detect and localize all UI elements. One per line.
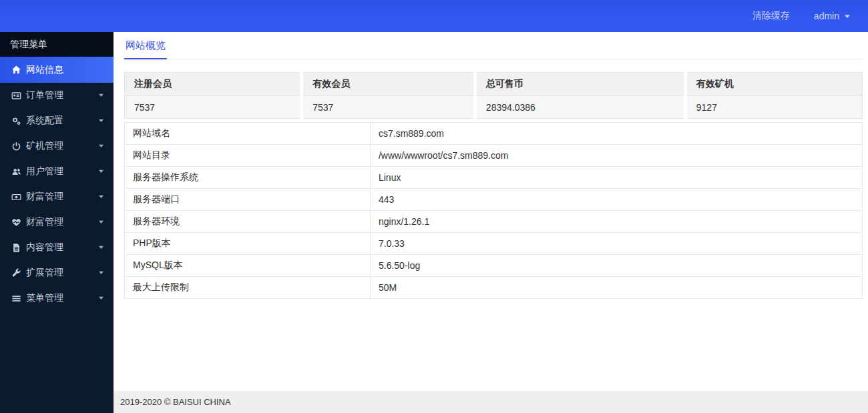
user-menu[interactable]: admin bbox=[814, 11, 851, 21]
clear-cache-link[interactable]: 清除缓存 bbox=[752, 10, 790, 22]
users-icon bbox=[11, 167, 21, 177]
chevron-down-icon bbox=[98, 169, 104, 173]
info-value-cell: /www/wwwroot/cs7.sm889.com bbox=[370, 145, 862, 167]
info-value-cell: Linux bbox=[370, 167, 862, 189]
topbar: 清除缓存 admin bbox=[0, 0, 868, 32]
tab-site-overview[interactable]: 网站概览 bbox=[124, 32, 167, 59]
table-row: 网站域名 cs7.sm889.com bbox=[125, 123, 863, 145]
chevron-down-icon bbox=[98, 119, 104, 123]
cogs-icon bbox=[11, 116, 21, 126]
table-row: PHP版本 7.0.33 bbox=[125, 233, 863, 255]
info-label-cell: 网站目录 bbox=[125, 145, 371, 167]
chevron-down-icon bbox=[844, 14, 851, 19]
tabbar: 网站概览 bbox=[124, 32, 863, 59]
chevron-down-icon bbox=[98, 296, 104, 300]
footer: 2019-2020 © BAISUI CHINA bbox=[114, 391, 868, 413]
stats-header-row: 注册会员 有效会员 总可售币 有效矿机 bbox=[125, 73, 863, 96]
stat-value-cell: 7537 bbox=[125, 96, 302, 119]
stats-table: 注册会员 有效会员 总可售币 有效矿机 7537 7537 28394.0386… bbox=[124, 72, 863, 119]
sidebar-item-wealth-mgmt[interactable]: 财富管理 bbox=[0, 184, 114, 210]
info-value-cell: cs7.sm889.com bbox=[370, 123, 862, 145]
copyright-text: 2019-2020 © BAISUI CHINA bbox=[120, 397, 231, 407]
sidebar-item-extension-mgmt[interactable]: 扩展管理 bbox=[0, 260, 114, 286]
username-label: admin bbox=[814, 11, 839, 21]
stat-value-cell: 7537 bbox=[302, 96, 475, 119]
info-label-cell: 最大上传限制 bbox=[125, 277, 371, 299]
sidebar-item-label: 网站信息 bbox=[26, 64, 104, 76]
chevron-down-icon bbox=[98, 195, 104, 199]
sidebar-item-content-mgmt[interactable]: 内容管理 bbox=[0, 235, 114, 260]
sidebar-item-wealth-mgmt-2[interactable]: 财富管理 bbox=[0, 210, 114, 235]
chevron-down-icon bbox=[98, 144, 104, 148]
info-label-cell: PHP版本 bbox=[125, 233, 371, 255]
main-content: 网站概览 注册会员 有效会员 总可售币 有效矿机 7537 7537 28394… bbox=[114, 32, 868, 413]
sidebar-item-label: 菜单管理 bbox=[26, 292, 98, 304]
sidebar-header: 管理菜单 bbox=[0, 32, 114, 57]
stat-value-cell: 9127 bbox=[685, 96, 862, 119]
info-value-cell: 50M bbox=[370, 277, 862, 299]
info-value-cell: 7.0.33 bbox=[370, 233, 862, 255]
sidebar-item-label: 财富管理 bbox=[26, 191, 98, 203]
chevron-down-icon bbox=[98, 271, 104, 275]
sidebar: 管理菜单 网站信息 订单管理 系统配置 bbox=[0, 32, 114, 413]
info-value-cell: nginx/1.26.1 bbox=[370, 211, 862, 233]
file-icon bbox=[11, 243, 21, 253]
sidebar-item-label: 订单管理 bbox=[26, 89, 98, 101]
chevron-down-icon bbox=[98, 93, 104, 97]
info-label-cell: MySQL版本 bbox=[125, 255, 371, 277]
app-root: 清除缓存 admin 管理菜单 网站信息 订单管理 bbox=[0, 0, 868, 413]
chevron-down-icon bbox=[98, 246, 104, 250]
sidebar-item-user-mgmt[interactable]: 用户管理 bbox=[0, 159, 114, 184]
stat-header-cell: 注册会员 bbox=[125, 73, 302, 96]
stat-value-cell: 28394.0386 bbox=[475, 96, 685, 119]
sidebar-item-label: 系统配置 bbox=[26, 115, 98, 127]
sidebar-item-system-config[interactable]: 系统配置 bbox=[0, 108, 114, 133]
stat-header-cell: 有效矿机 bbox=[685, 73, 862, 96]
info-value-cell: 443 bbox=[370, 189, 862, 211]
order-card-icon bbox=[11, 91, 21, 101]
sidebar-item-orders[interactable]: 订单管理 bbox=[0, 83, 114, 108]
sidebar-item-label: 内容管理 bbox=[26, 242, 98, 254]
sidebar-item-label: 扩展管理 bbox=[26, 267, 98, 279]
sidebar-item-label: 矿机管理 bbox=[26, 140, 98, 152]
sidebar-item-site-info[interactable]: 网站信息 bbox=[0, 57, 114, 83]
table-row: 服务器端口 443 bbox=[125, 189, 863, 211]
content-inner: 网站概览 注册会员 有效会员 总可售币 有效矿机 7537 7537 28394… bbox=[114, 32, 868, 299]
sidebar-item-label: 财富管理 bbox=[26, 216, 98, 228]
sidebar-item-menu-mgmt[interactable]: 菜单管理 bbox=[0, 286, 114, 311]
sidebar-item-miner-mgmt[interactable]: 矿机管理 bbox=[0, 133, 114, 159]
sidebar-item-label: 用户管理 bbox=[26, 165, 98, 177]
info-label-cell: 服务器环境 bbox=[125, 211, 371, 233]
info-value-cell: 5.6.50-log bbox=[370, 255, 862, 277]
wrench-icon bbox=[11, 268, 21, 278]
info-label-cell: 服务器操作系统 bbox=[125, 167, 371, 189]
table-row: 最大上传限制 50M bbox=[125, 277, 863, 299]
money-icon bbox=[11, 192, 21, 202]
stats-value-row: 7537 7537 28394.0386 9127 bbox=[125, 96, 863, 119]
power-icon bbox=[11, 141, 21, 151]
table-row: 服务器环境 nginx/1.26.1 bbox=[125, 211, 863, 233]
stat-header-cell: 有效会员 bbox=[302, 73, 475, 96]
bars-icon bbox=[11, 294, 21, 304]
heart-icon bbox=[11, 218, 21, 228]
info-label-cell: 服务器端口 bbox=[125, 189, 371, 211]
chevron-down-icon bbox=[98, 220, 104, 224]
body-wrap: 管理菜单 网站信息 订单管理 系统配置 bbox=[0, 32, 868, 413]
home-icon bbox=[11, 65, 21, 75]
stat-header-cell: 总可售币 bbox=[475, 73, 685, 96]
info-label-cell: 网站域名 bbox=[125, 123, 371, 145]
info-table: 网站域名 cs7.sm889.com 网站目录 /www/wwwroot/cs7… bbox=[124, 122, 863, 299]
table-row: MySQL版本 5.6.50-log bbox=[125, 255, 863, 277]
table-row: 服务器操作系统 Linux bbox=[125, 167, 863, 189]
table-row: 网站目录 /www/wwwroot/cs7.sm889.com bbox=[125, 145, 863, 167]
